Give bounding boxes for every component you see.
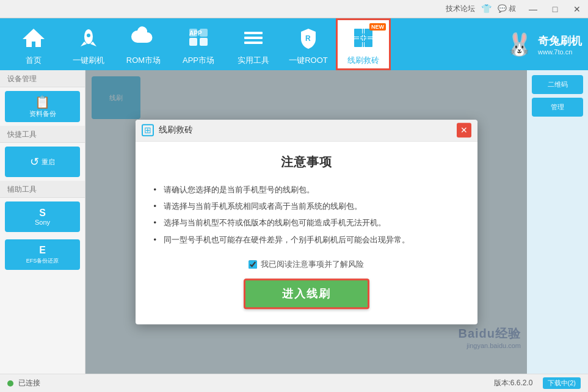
nav-label-rom-market: ROM市场 (126, 55, 161, 66)
sidebar-item-reboot[interactable]: ↺ 重启 (5, 147, 80, 177)
dialog-wire-flash: ⊞ 线刷救砖 ✕ 注意事项 请确认您选择的是当前手机型号的线刷包。 请选择与当前… (136, 120, 477, 325)
dialog-titlebar: ⊞ 线刷救砖 ✕ (136, 120, 477, 142)
notice-item-4: 同一型号手机也可能存在硬件差异，个别手机刷机后可能会出现异常。 (154, 233, 459, 247)
svg-marker-2 (90, 42, 96, 46)
nav-label-onekey-root: 一键ROOT (289, 55, 328, 66)
section-device-mgmt: 设备管理 (0, 70, 85, 87)
cloud-icon (129, 23, 158, 53)
sidebar-item-efs[interactable]: E EFS备份还原 (5, 239, 80, 270)
risk-checkbox[interactable] (249, 260, 257, 269)
nav-item-onekey-flash[interactable]: 一键刷机 (61, 18, 116, 70)
main-area: 设备管理 📋 资料备份 快捷工具 ↺ 重启 辅助工具 S Sony E EFS备… (0, 70, 588, 374)
titlebar: 技术论坛 👕 💬 叔 — □ ✕ (0, 0, 588, 18)
svg-rect-13 (354, 29, 362, 37)
svg-marker-1 (81, 42, 87, 46)
dialog-body: 注意事项 请确认您选择的是当前手机型号的线刷包。 请选择与当前手机系统相同或者高… (136, 142, 477, 325)
sidebar-label-backup: 资料备份 (29, 109, 56, 118)
statusbar: 已连接 版本:6.6.2.0 下载中(2) (0, 374, 588, 392)
shield-icon: R (294, 23, 323, 53)
svg-text:R: R (305, 34, 311, 43)
svg-rect-10 (244, 37, 263, 39)
nav-item-wire-flash[interactable]: NEW 线刷救砖 (336, 18, 391, 70)
new-badge: NEW (369, 23, 386, 31)
rabbit-icon: 🐰 (506, 32, 533, 57)
content-area: 线刷 Baidu经验 jingyan.baidu.com ⊞ 线刷救砖 ✕ 注意… (85, 70, 527, 374)
brand-name: 奇兔刷机 (538, 34, 582, 48)
dialog-title-icon: ⊞ (142, 124, 154, 136)
enter-btn-wrap: 进入线刷 (154, 278, 459, 309)
nav-item-rom-market[interactable]: ROM市场 (116, 18, 171, 70)
status-dot (7, 380, 13, 387)
svg-rect-9 (244, 32, 263, 34)
nav-label-onekey-flash: 一键刷机 (73, 55, 104, 66)
download-badge[interactable]: 下载中(2) (543, 377, 581, 389)
section-quick-tools: 快捷工具 (0, 126, 85, 143)
notice-item-3: 选择与当前机型不符或低版本的线刷包可能造成手机无法开机。 (154, 216, 459, 230)
enter-wire-flash-button[interactable]: 进入线刷 (244, 278, 369, 309)
nav-item-home[interactable]: 首页 (6, 18, 61, 70)
titlebar-controls: — □ ✕ (522, 0, 588, 18)
close-button[interactable]: ✕ (566, 0, 588, 18)
header: 首页 一键刷机 ROM市场 APP (0, 18, 588, 70)
svg-rect-15 (354, 39, 362, 47)
rocket-icon (74, 23, 103, 53)
nav-items: 首页 一键刷机 ROM市场 APP (6, 18, 506, 70)
chat-icon[interactable]: 💬 叔 (498, 4, 516, 14)
nav-item-app-market[interactable]: APP APP市场 (171, 18, 226, 70)
sidebar-item-backup[interactable]: 📋 资料备份 (5, 91, 80, 122)
nav-label-tools: 实用工具 (238, 55, 269, 66)
right-panel: 二维码 管理 (527, 70, 588, 374)
sidebar: 设备管理 📋 资料备份 快捷工具 ↺ 重启 辅助工具 S Sony E EFS备… (0, 70, 85, 374)
right-btn-qrcode[interactable]: 二维码 (532, 75, 583, 94)
dialog-close-button[interactable]: ✕ (457, 123, 471, 137)
version-text: 版本:6.6.2.0 (494, 378, 533, 388)
svg-rect-6 (200, 38, 208, 46)
svg-rect-16 (365, 39, 372, 47)
minimize-button[interactable]: — (522, 0, 544, 18)
right-btn-manage[interactable]: 管理 (532, 98, 583, 117)
nav-item-onekey-root[interactable]: R 一键ROOT (281, 18, 336, 70)
maximize-button[interactable]: □ (544, 0, 566, 18)
shirt-icon[interactable]: 👕 (481, 4, 492, 14)
notice-list: 请确认您选择的是当前手机型号的线刷包。 请选择与当前手机系统相同或者高于当前系统… (154, 183, 459, 247)
svg-rect-7 (189, 29, 197, 37)
svg-point-3 (87, 34, 90, 37)
svg-rect-11 (244, 42, 263, 44)
statusbar-right: 版本:6.6.2.0 下载中(2) (494, 377, 581, 389)
status-text: 已连接 (18, 378, 40, 388)
sidebar-label-efs: EFS备份还原 (26, 257, 59, 265)
checkbox-label[interactable]: 我已阅读注意事项并了解风险 (261, 259, 364, 270)
notice-item-2: 请选择与当前手机系统相同或者高于当前系统的线刷包。 (154, 199, 459, 213)
sidebar-label-sony: Sony (35, 219, 50, 226)
section-aux-tools: 辅助工具 (0, 181, 85, 198)
nav-label-app-market: APP市场 (183, 55, 214, 66)
home-icon (19, 23, 48, 53)
brand-sub: www.7to.cn (538, 48, 582, 56)
svg-rect-5 (189, 38, 197, 46)
dialog-heading: 注意事项 (154, 154, 459, 170)
dialog-title-text: 线刷救砖 (159, 125, 457, 136)
nav-label-home: 首页 (26, 55, 42, 66)
nav-item-tools[interactable]: 实用工具 (226, 18, 281, 70)
forum-link[interactable]: 技术论坛 (446, 4, 475, 14)
titlebar-links: 技术论坛 👕 💬 叔 (446, 4, 522, 14)
nav-label-wire-flash: 线刷救砖 (347, 55, 379, 66)
tools-icon (239, 23, 268, 53)
svg-rect-8 (200, 29, 208, 37)
brand-area: 🐰 奇兔刷机 www.7to.cn (506, 32, 582, 57)
sidebar-label-reboot: 重启 (42, 158, 55, 167)
app-icon: APP (184, 23, 213, 53)
checkbox-row: 我已阅读注意事项并了解风险 (154, 259, 459, 270)
notice-item-1: 请确认您选择的是当前手机型号的线刷包。 (154, 183, 459, 197)
sidebar-item-sony[interactable]: S Sony (5, 201, 80, 232)
